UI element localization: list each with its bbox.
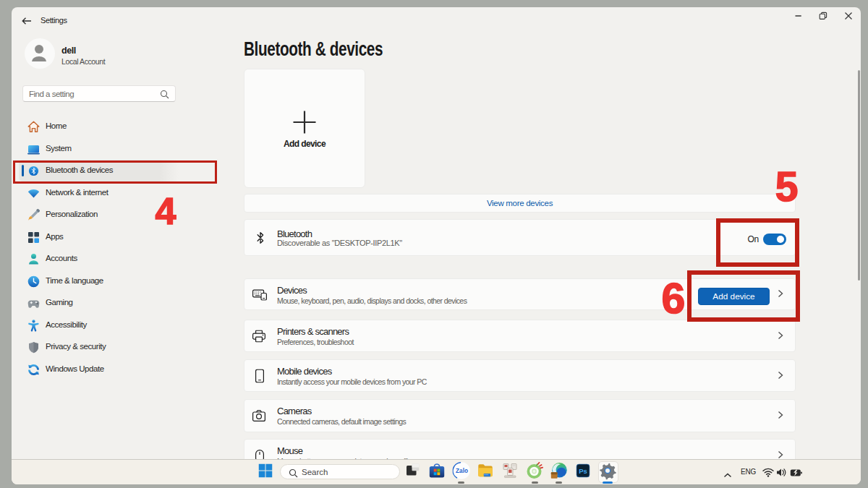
svg-text:Zalo: Zalo: [456, 468, 468, 474]
svg-text:Ps: Ps: [579, 467, 587, 475]
